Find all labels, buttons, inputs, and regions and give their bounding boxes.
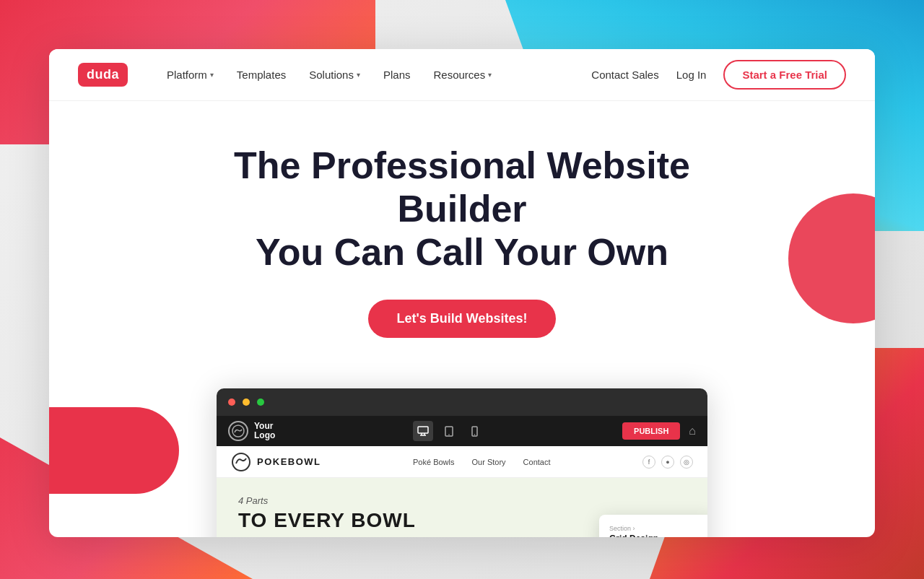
browser-dot-green — [257, 399, 264, 406]
nav-resources-label: Resources — [433, 69, 485, 81]
browser-inner: POKEBOWL Poké Bowls Our Story Contact f … — [217, 446, 707, 537]
nav-item-templates[interactable]: Templates — [227, 63, 296, 87]
logo[interactable]: duda — [78, 63, 128, 87]
panel-title: Grid Design — [609, 534, 705, 537]
facebook-icon[interactable]: f — [642, 456, 655, 469]
site-nav-our-story[interactable]: Our Story — [472, 458, 506, 466]
grid-design-panel: Section › Grid Design Layout Rearrange l… — [599, 515, 707, 537]
site-nav-contact[interactable]: Contact — [523, 458, 551, 466]
nav-templates-label: Templates — [237, 69, 286, 81]
desktop-icon[interactable] — [413, 421, 433, 441]
browser-mockup: Your Logo — [217, 388, 707, 537]
poke-icon — [232, 425, 245, 437]
toolbar-logo-text: Your Logo — [254, 422, 275, 440]
device-icons — [413, 421, 485, 441]
twitter-icon[interactable]: ● — [661, 456, 674, 469]
cta-button[interactable]: Let's Build Websites! — [368, 300, 557, 338]
nav-item-solutions[interactable]: Solutions ▾ — [299, 63, 370, 87]
browser-dot-red — [228, 399, 235, 406]
navbar: duda Platform ▾ Templates Solutions ▾ Pl… — [49, 49, 875, 101]
nav-links: Platform ▾ Templates Solutions ▾ Plans R… — [157, 63, 591, 87]
svg-point-6 — [448, 434, 450, 435]
toolbar-logo: Your Logo — [228, 421, 275, 441]
site-social-icons: f ● ◎ — [642, 456, 693, 469]
platform-chevron-icon: ▾ — [210, 71, 214, 79]
site-logo: POKEBOWL — [231, 452, 321, 472]
hero-title-line1: The Professional Website Builder — [234, 144, 690, 230]
svg-point-12 — [232, 453, 250, 471]
nav-item-platform[interactable]: Platform ▾ — [157, 63, 224, 87]
svg-point-8 — [474, 434, 476, 435]
decorative-red-blob — [49, 407, 179, 494]
site-brand-text: POKEBOWL — [257, 456, 321, 467]
toolbar-logo-icon — [228, 421, 248, 441]
svg-point-0 — [232, 425, 244, 437]
panel-section-label: Section › — [609, 525, 705, 532]
site-nav-poke-bowls[interactable]: Poké Bowls — [413, 458, 454, 466]
contact-sales-link[interactable]: Contact Sales — [591, 69, 658, 81]
log-in-link[interactable]: Log In — [676, 69, 707, 81]
svg-rect-1 — [418, 427, 428, 433]
nav-right: Contact Sales Log In Start a Free Trial — [591, 60, 846, 90]
browser-dot-yellow — [243, 399, 250, 406]
nav-item-plans[interactable]: Plans — [373, 63, 421, 87]
logo-text: duda — [87, 67, 119, 82]
mobile-icon[interactable] — [465, 421, 485, 441]
nav-platform-label: Platform — [167, 69, 207, 81]
instagram-icon[interactable]: ◎ — [680, 456, 693, 469]
browser-bar — [217, 388, 707, 416]
nav-solutions-label: Solutions — [309, 69, 354, 81]
hero-title-line2: You Can Call Your Own — [256, 231, 668, 273]
hero-section: The Professional Website Builder You Can… — [49, 101, 875, 367]
nav-plans-label: Plans — [383, 69, 411, 81]
site-logo-icon — [231, 452, 251, 472]
solutions-chevron-icon: ▾ — [357, 71, 360, 79]
toolbar-right: PUBLISH ⌂ — [622, 422, 696, 440]
hero-title: The Professional Website Builder You Can… — [180, 144, 744, 274]
site-content-small: 4 Parts — [238, 495, 686, 506]
resources-chevron-icon: ▾ — [488, 71, 492, 79]
home-icon[interactable]: ⌂ — [689, 425, 696, 437]
main-card: duda Platform ▾ Templates Solutions ▾ Pl… — [49, 49, 875, 537]
publish-button[interactable]: PUBLISH — [622, 422, 680, 440]
site-nav: POKEBOWL Poké Bowls Our Story Contact f … — [217, 446, 707, 478]
nav-item-resources[interactable]: Resources ▾ — [423, 63, 502, 87]
site-nav-links: Poké Bowls Our Story Contact — [343, 458, 621, 466]
start-free-trial-button[interactable]: Start a Free Trial — [723, 60, 846, 90]
tablet-icon[interactable] — [439, 421, 459, 441]
editor-toolbar: Your Logo — [217, 416, 707, 446]
